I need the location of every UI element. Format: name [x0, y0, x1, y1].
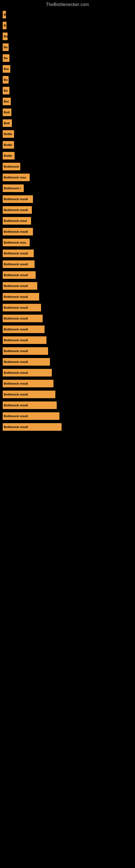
bar-label-17: Bottleneck r	[4, 187, 21, 190]
bar-3: Bo	[3, 33, 8, 40]
bar-row-14: Bottle	[3, 152, 135, 159]
bar-row-5: Bo	[3, 54, 135, 62]
bar-row-23: Bottleneck result	[3, 250, 135, 257]
bar-row-2: B	[3, 22, 135, 29]
bar-label-8: Bo	[4, 89, 8, 92]
bar-label-6: Bot	[4, 67, 9, 70]
bar-label-4: Bo	[4, 45, 8, 49]
bar-11: Bott	[3, 119, 12, 127]
bar-label-2: B	[4, 24, 6, 27]
site-title: TheBottlenecker.com	[0, 0, 135, 8]
bar-7: Bo	[3, 76, 9, 84]
bar-row-9: Bot	[3, 98, 135, 105]
bar-row-34: Bottleneck result	[3, 369, 135, 376]
bar-label-19: Bottleneck result	[4, 208, 28, 212]
bar-29: Bottleneck result	[3, 315, 43, 322]
bar-18: Bottleneck result	[3, 195, 33, 203]
bar-32: Bottleneck result	[3, 347, 48, 355]
bar-17: Bottleneck r	[3, 184, 24, 192]
bar-label-10: Bott	[4, 111, 10, 114]
bar-label-39: Bottleneck result	[4, 425, 28, 429]
bar-label-23: Bottleneck result	[4, 252, 28, 255]
bar-row-22: Bottleneck resu	[3, 239, 135, 246]
bar-row-32: Bottleneck result	[3, 347, 135, 355]
bars-container: BBBoBoBoBotBoBoBotBottBottBottleBottleBo…	[0, 8, 135, 434]
bar-label-38: Bottleneck result	[4, 414, 28, 418]
bar-30: Bottleneck result	[3, 326, 45, 333]
bar-label-13: Bottle	[4, 143, 12, 147]
bar-label-27: Bottleneck result	[4, 295, 28, 299]
bar-label-20: Bottleneck resul	[4, 219, 27, 222]
bar-label-5: Bo	[4, 56, 8, 60]
bar-row-8: Bo	[3, 87, 135, 94]
bar-label-35: Bottleneck result	[4, 382, 28, 385]
bar-label-12: Bottle	[4, 132, 12, 135]
site-title-container: TheBottlenecker.com	[0, 0, 135, 8]
bar-row-7: Bo	[3, 76, 135, 84]
bar-38: Bottleneck result	[3, 412, 59, 420]
bar-row-3: Bo	[3, 33, 135, 40]
bar-row-4: Bo	[3, 43, 135, 51]
bar-14: Bottle	[3, 152, 14, 159]
bar-label-9: Bot	[4, 100, 9, 103]
bar-row-37: Bottleneck result	[3, 401, 135, 409]
bar-row-30: Bottleneck result	[3, 326, 135, 333]
bar-label-11: Bott	[4, 122, 10, 125]
bar-row-20: Bottleneck resul	[3, 217, 135, 225]
bar-row-21: Bottleneck result	[3, 228, 135, 236]
bar-1: B	[3, 11, 6, 19]
bar-row-12: Bottle	[3, 130, 135, 138]
bar-10: Bott	[3, 108, 11, 116]
bar-label-34: Bottleneck result	[4, 371, 28, 374]
bar-5: Bo	[3, 54, 9, 62]
bar-label-24: Bottleneck result	[4, 262, 28, 266]
bar-22: Bottleneck resu	[3, 239, 30, 246]
bar-34: Bottleneck result	[3, 369, 52, 376]
bar-row-15: Bottleneck	[3, 163, 135, 170]
bar-row-39: Bottleneck result	[3, 423, 135, 431]
bar-label-1: B	[4, 13, 6, 16]
bar-31: Bottleneck result	[3, 336, 46, 344]
bar-label-16: Bottleneck resu	[4, 176, 26, 179]
bar-19: Bottleneck result	[3, 206, 32, 214]
bar-35: Bottleneck result	[3, 380, 53, 388]
bar-label-14: Bottle	[4, 154, 12, 157]
bar-label-15: Bottleneck	[4, 165, 19, 168]
bar-36: Bottleneck result	[3, 391, 55, 398]
bar-row-6: Bot	[3, 65, 135, 73]
bar-row-28: Bottleneck result	[3, 304, 135, 311]
bar-label-33: Bottleneck result	[4, 360, 28, 364]
bar-8: Bo	[3, 87, 9, 94]
bar-row-18: Bottleneck result	[3, 195, 135, 203]
bar-9: Bot	[3, 98, 11, 105]
bar-12: Bottle	[3, 130, 14, 138]
bar-27: Bottleneck result	[3, 293, 39, 301]
bar-row-27: Bottleneck result	[3, 293, 135, 301]
bar-2: B	[3, 22, 6, 29]
bar-28: Bottleneck result	[3, 304, 41, 311]
bar-26: Bottleneck result	[3, 282, 37, 290]
bar-row-36: Bottleneck result	[3, 391, 135, 398]
bar-row-35: Bottleneck result	[3, 380, 135, 388]
bar-37: Bottleneck result	[3, 401, 57, 409]
bar-label-29: Bottleneck result	[4, 317, 28, 320]
bar-label-25: Bottleneck result	[4, 273, 28, 277]
bar-row-11: Bott	[3, 119, 135, 127]
bar-label-7: Bo	[4, 78, 8, 82]
bar-row-38: Bottleneck result	[3, 412, 135, 420]
bar-23: Bottleneck result	[3, 250, 34, 257]
bar-row-29: Bottleneck result	[3, 315, 135, 322]
bar-33: Bottleneck result	[3, 358, 50, 366]
bar-label-28: Bottleneck result	[4, 306, 28, 309]
bar-row-24: Bottleneck result	[3, 260, 135, 268]
bar-label-18: Bottleneck result	[4, 197, 28, 201]
bar-label-36: Bottleneck result	[4, 393, 28, 396]
bar-row-33: Bottleneck result	[3, 358, 135, 366]
bar-label-32: Bottleneck result	[4, 349, 28, 352]
bar-label-21: Bottleneck result	[4, 230, 28, 233]
bar-label-22: Bottleneck resu	[4, 241, 26, 244]
bar-label-26: Bottleneck result	[4, 284, 28, 287]
bar-label-37: Bottleneck result	[4, 404, 28, 407]
bar-row-25: Bottleneck result	[3, 271, 135, 279]
bar-label-31: Bottleneck result	[4, 339, 28, 342]
